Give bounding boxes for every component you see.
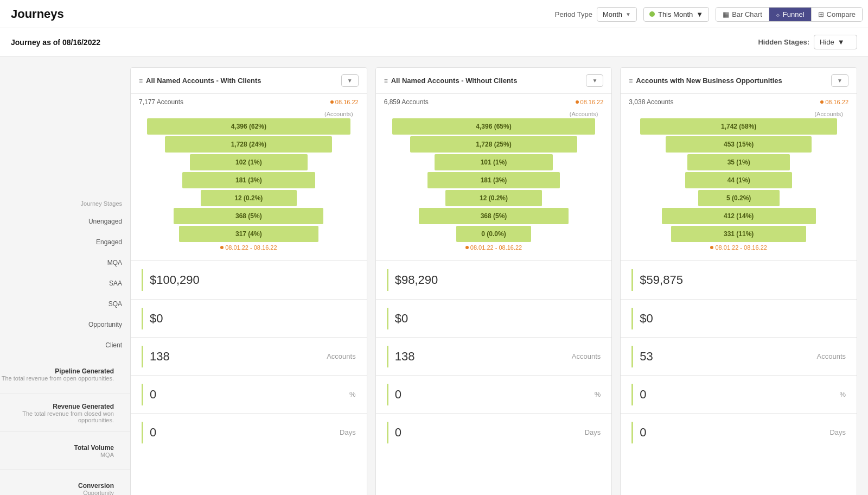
- metric-cell-2: 138 Accounts: [376, 337, 612, 375]
- chevron-down-icon: ▼: [592, 78, 597, 84]
- funnel-dropdown-2[interactable]: ▼: [831, 74, 848, 87]
- funnel-bar-row-3: 181 (3%): [387, 172, 601, 188]
- compare-button[interactable]: ⊞ Compare: [812, 8, 862, 21]
- bar-chart-button[interactable]: ▦ Bar Chart: [716, 8, 769, 21]
- funnel-bar-5: 368 (5%): [174, 208, 323, 224]
- date-range-0: 08.01.22 - 08.16.22: [212, 242, 285, 255]
- metric-border-icon: [387, 269, 388, 291]
- this-month-dropdown[interactable]: This Month ▼: [643, 7, 709, 22]
- metric-unit-4: Days: [829, 428, 846, 436]
- metric-label-1: Revenue Generated The total revenue from…: [0, 394, 130, 431]
- journey-header: Journey as of 08/16/2022 Hidden Stages: …: [0, 28, 868, 56]
- chevron-down-icon: ▼: [837, 78, 843, 84]
- metric-border-icon: [387, 384, 388, 405]
- chevron-down-icon: ▼: [347, 78, 353, 84]
- app-title: Journeys: [11, 7, 64, 21]
- funnel-stats-2: 3,038 Accounts 08.16.22: [621, 94, 857, 108]
- funnel-bar-row-0: 1,742 (58%): [631, 118, 846, 135]
- metric-value-0: $100,290: [150, 273, 200, 287]
- funnel-bar-4: 12 (0.2%): [201, 190, 297, 206]
- journey-stages-label: Journey Stages: [81, 200, 122, 207]
- top-controls: Period Type Month ▼ This Month ▼ ▦ Bar C…: [555, 0, 868, 28]
- funnel-bar-2: 102 (1%): [190, 154, 308, 170]
- funnel-bar-row-3: 44 (1%): [631, 172, 846, 188]
- funnel-col-0: ≡ All Named Accounts - With Clients ▼ 7,…: [130, 67, 367, 495]
- funnel-dropdown-1[interactable]: ▼: [586, 74, 603, 87]
- chevron-down-icon: ▼: [838, 38, 845, 46]
- funnel-bar-row-6: 331 (11%): [631, 226, 846, 242]
- metric-value-3: 0: [395, 388, 401, 402]
- stage-label-saa: SAA: [0, 273, 130, 294]
- metric-value-0: $59,875: [640, 273, 683, 287]
- metric-cell-4: 0 Days: [376, 413, 612, 451]
- funnel-bar-0: 4,396 (65%): [392, 118, 596, 135]
- funnel-bar-row-0: 4,396 (62%): [142, 118, 356, 135]
- funnel-icon: ⬦: [776, 10, 780, 18]
- funnel-bar-row-6: 317 (4%): [142, 226, 356, 242]
- funnel-title-1: ≡ All Named Accounts - Without Clients: [384, 77, 518, 85]
- funnel-bar-row-4: 5 (0.2%): [631, 190, 846, 206]
- funnel-bar-1: 1,728 (24%): [165, 136, 332, 153]
- date-badge-1: 08.16.22: [576, 99, 604, 105]
- stage-label-sqa: SQA: [0, 294, 130, 314]
- metric-border-icon: [142, 346, 143, 367]
- date-dot-icon: [576, 100, 579, 104]
- period-type-dropdown[interactable]: Month ▼: [597, 7, 637, 22]
- funnel-bar-2: 101 (1%): [435, 154, 552, 170]
- funnel-bar-0: 1,742 (58%): [640, 118, 837, 135]
- metrics-section-2: $59,875 $0 53 Accounts 0 % 0: [621, 261, 857, 451]
- metric-border-icon: [142, 422, 143, 443]
- metric-cell-1: $0: [131, 299, 367, 337]
- funnel-bar-2: 35 (1%): [687, 154, 790, 170]
- metric-border-icon: [631, 422, 633, 443]
- compare-icon: ⊞: [818, 10, 824, 18]
- date-dot-icon: [220, 246, 224, 249]
- metric-unit-4: Days: [340, 428, 356, 436]
- metrics-section-0: $100,290 $0 138 Accounts 0 % 0: [131, 261, 367, 451]
- period-type-group: Period Type Month ▼: [555, 7, 637, 22]
- metrics-labels: Pipeline Generated The total revenue fro…: [0, 356, 130, 495]
- metric-border-icon: [631, 384, 633, 405]
- list-icon: ≡: [139, 77, 143, 85]
- funnel-bar-row-6: 0 (0.0%): [387, 226, 601, 242]
- green-dot-icon: [649, 11, 655, 17]
- funnel-bar-row-2: 35 (1%): [631, 154, 846, 170]
- metric-unit-4: Days: [585, 428, 601, 436]
- stage-label-unengaged: Unengaged: [0, 211, 130, 232]
- metric-cell-1: $0: [376, 299, 612, 337]
- date-dot-icon: [330, 100, 334, 104]
- chart-type-group: ▦ Bar Chart ⬦ Funnel ⊞ Compare: [716, 7, 863, 22]
- metric-value-2: 138: [395, 350, 415, 364]
- metric-label-3: Conversion Opportunity: [0, 469, 130, 495]
- metric-border-icon: [387, 346, 388, 367]
- funnel-dropdown-0[interactable]: ▼: [341, 74, 359, 87]
- hidden-stages-dropdown[interactable]: Hide ▼: [814, 35, 857, 49]
- metric-unit-3: %: [839, 390, 846, 398]
- metric-cell-4: 0 Days: [621, 413, 857, 451]
- funnel-button[interactable]: ⬦ Funnel: [769, 8, 812, 21]
- date-range-1: 08.01.22 - 08.16.22: [457, 242, 530, 255]
- period-type-value: Month: [603, 10, 622, 18]
- funnel-bar-row-1: 1,728 (25%): [387, 136, 601, 153]
- funnel-chart-0: (Accounts)4,396 (62%)1,728 (24%)102 (1%)…: [131, 108, 367, 261]
- funnel-bar-4: 5 (0.2%): [698, 190, 780, 206]
- metric-border-icon: [631, 269, 633, 291]
- metric-cell-3: 0 %: [376, 375, 612, 413]
- funnel-bars-2: 1,742 (58%)453 (15%)35 (1%)44 (1%)5 (0.2…: [631, 118, 846, 242]
- funnel-bar-row-4: 12 (0.2%): [142, 190, 356, 206]
- chevron-down-icon: ▼: [626, 11, 631, 17]
- metric-value-2: 53: [640, 350, 653, 364]
- funnel-title-0: ≡ All Named Accounts - With Clients: [139, 77, 261, 85]
- date-dot-icon: [820, 100, 824, 104]
- metric-cell-3: 0 %: [621, 375, 857, 413]
- metric-value-1: $0: [640, 312, 653, 326]
- metric-value-0: $98,290: [395, 273, 438, 287]
- hidden-stages-group: Hidden Stages: Hide ▼: [758, 35, 857, 49]
- metric-border-icon: [631, 346, 633, 367]
- funnel-bar-5: 368 (5%): [419, 208, 569, 224]
- funnel-bar-row-3: 181 (3%): [142, 172, 356, 188]
- funnel-bar-3: 44 (1%): [685, 172, 792, 188]
- funnel-bar-1: 1,728 (25%): [410, 136, 577, 153]
- funnel-bar-row-2: 101 (1%): [387, 154, 601, 170]
- metric-cell-0: $98,290: [376, 261, 612, 299]
